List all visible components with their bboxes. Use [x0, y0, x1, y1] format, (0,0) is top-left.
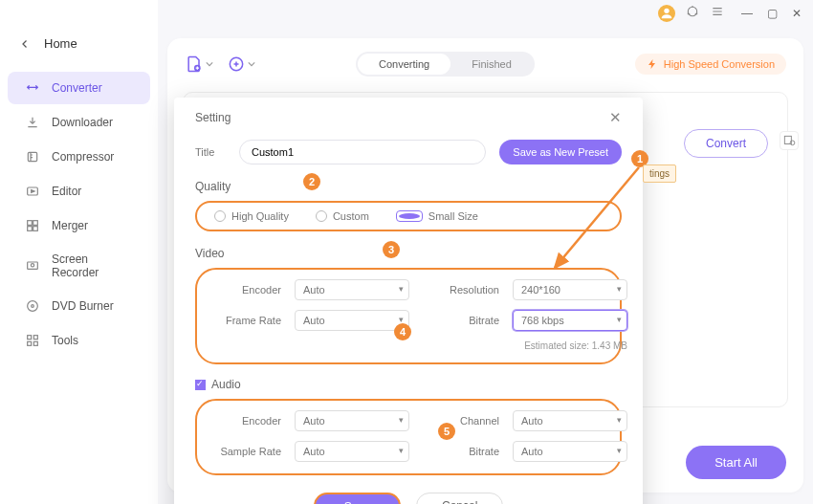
radio-label: Custom — [333, 210, 369, 222]
add-circle-icon — [227, 55, 246, 74]
annotation-badge-3: 3 — [383, 241, 400, 258]
audio-channel-select[interactable]: Auto — [513, 410, 627, 431]
nav-label: Editor — [52, 185, 81, 198]
bolt-icon — [647, 58, 658, 70]
quality-group: High Quality Custom Small Size — [195, 201, 622, 231]
annotation-badge-2: 2 — [303, 173, 320, 190]
nav-label: Converter — [52, 81, 102, 95]
video-encoder-select[interactable]: Auto — [295, 279, 409, 300]
title-label: Title — [195, 146, 226, 158]
titlebar: — ▢ ✕ — [658, 4, 803, 22]
save-button[interactable]: Save — [314, 493, 401, 504]
compress-icon — [25, 149, 40, 164]
sidebar-item-compressor[interactable]: Compressor — [8, 141, 150, 173]
maximize-button[interactable]: ▢ — [765, 7, 779, 20]
svg-rect-4 — [28, 221, 33, 226]
add-folder-button[interactable] — [227, 55, 255, 74]
sidebar: Home Converter Downloader Compressor Edi… — [0, 0, 158, 504]
svg-point-9 — [31, 264, 33, 267]
toolbar: Converting Finished High Speed Conversio… — [167, 38, 803, 86]
audio-samplerate-select[interactable]: Auto — [295, 441, 409, 462]
estimated-size: Estimated size: 1.43 MB — [423, 340, 627, 351]
svg-point-11 — [32, 305, 34, 308]
avatar[interactable] — [658, 5, 675, 22]
quality-heading: Quality — [195, 180, 622, 193]
video-framerate-select[interactable]: Auto — [295, 310, 409, 331]
svg-point-10 — [28, 301, 38, 312]
radio-small-size[interactable]: Small Size — [396, 210, 478, 222]
close-button[interactable]: ✕ — [790, 7, 803, 20]
audio-encoder-label: Encoder — [214, 415, 281, 427]
add-file-icon — [185, 55, 204, 74]
audio-bitrate-select[interactable]: Auto — [513, 441, 627, 462]
start-all-button[interactable]: Start All — [686, 446, 786, 479]
svg-rect-2 — [28, 152, 36, 161]
menu-icon[interactable] — [710, 4, 725, 22]
settings-modal: Setting ✕ Title Save as New Preset Quali… — [174, 98, 643, 504]
minimize-button[interactable]: — — [740, 7, 754, 20]
radio-label: High Quality — [231, 210, 289, 222]
video-framerate-label: Frame Rate — [214, 315, 281, 326]
sidebar-item-merger[interactable]: Merger — [8, 209, 150, 242]
cancel-button[interactable]: Cancel — [416, 493, 503, 504]
video-bitrate-select[interactable]: 768 kbps — [513, 310, 627, 331]
support-icon[interactable] — [685, 4, 700, 22]
audio-settings-group: Encoder Auto Channel Auto Sample Rate Au… — [195, 399, 622, 475]
nav-label: Compressor — [52, 150, 114, 164]
tab-finished[interactable]: Finished — [450, 54, 533, 75]
audio-encoder-select[interactable]: Auto — [295, 410, 409, 431]
svg-rect-7 — [33, 227, 38, 231]
radio-high-quality[interactable]: High Quality — [214, 210, 289, 222]
sidebar-item-downloader[interactable]: Downloader — [8, 106, 150, 139]
video-bitrate-label: Bitrate — [423, 315, 499, 326]
home-label: Home — [44, 36, 77, 51]
audio-samplerate-label: Sample Rate — [214, 446, 281, 457]
tab-segment: Converting Finished — [356, 52, 535, 77]
dvd-icon — [25, 298, 40, 314]
annotation-badge-4: 4 — [394, 323, 411, 340]
title-input[interactable] — [239, 140, 486, 164]
radio-custom[interactable]: Custom — [316, 210, 369, 222]
video-heading: Video — [195, 247, 622, 260]
audio-bitrate-label: Bitrate — [423, 446, 499, 457]
tools-icon — [25, 333, 40, 348]
recorder-icon — [25, 258, 40, 274]
audio-checkbox[interactable] — [195, 380, 206, 390]
high-speed-label: High Speed Conversion — [664, 58, 775, 70]
svg-rect-5 — [33, 221, 38, 226]
svg-point-0 — [664, 8, 669, 12]
video-encoder-label: Encoder — [214, 284, 281, 296]
sidebar-item-tools[interactable]: Tools — [8, 324, 150, 357]
svg-rect-15 — [33, 341, 37, 345]
audio-heading: Audio — [211, 378, 241, 391]
modal-heading: Setting — [195, 111, 231, 124]
nav-label: Downloader — [52, 116, 113, 129]
svg-rect-6 — [28, 227, 33, 231]
nav-label: DVD Burner — [52, 299, 114, 313]
format-settings-icon[interactable] — [780, 131, 799, 150]
svg-rect-14 — [28, 341, 32, 345]
nav-label: Screen Recorder — [52, 252, 133, 279]
merger-icon — [25, 218, 40, 233]
add-file-button[interactable] — [185, 55, 213, 74]
sidebar-item-screen-recorder[interactable]: Screen Recorder — [8, 244, 150, 288]
radio-label: Small Size — [428, 210, 478, 222]
svg-point-1 — [688, 7, 696, 15]
nav-label: Tools — [52, 334, 78, 347]
download-icon — [25, 115, 40, 130]
converter-icon — [25, 80, 40, 96]
save-preset-button[interactable]: Save as New Preset — [499, 140, 622, 164]
sidebar-item-editor[interactable]: Editor — [8, 175, 150, 208]
video-resolution-select[interactable]: 240*160 — [513, 279, 627, 300]
audio-channel-label: Channel — [423, 415, 499, 427]
convert-button[interactable]: Convert — [684, 129, 768, 158]
svg-rect-12 — [28, 336, 32, 340]
sidebar-item-converter[interactable]: Converter — [8, 72, 150, 104]
sidebar-item-dvd-burner[interactable]: DVD Burner — [8, 290, 150, 322]
modal-close-icon[interactable]: ✕ — [609, 109, 622, 126]
high-speed-badge[interactable]: High Speed Conversion — [635, 54, 786, 75]
settings-tooltip: tings — [643, 164, 676, 183]
nav-label: Merger — [52, 219, 88, 232]
tab-converting[interactable]: Converting — [358, 54, 450, 75]
home-nav[interactable]: Home — [0, 29, 158, 58]
